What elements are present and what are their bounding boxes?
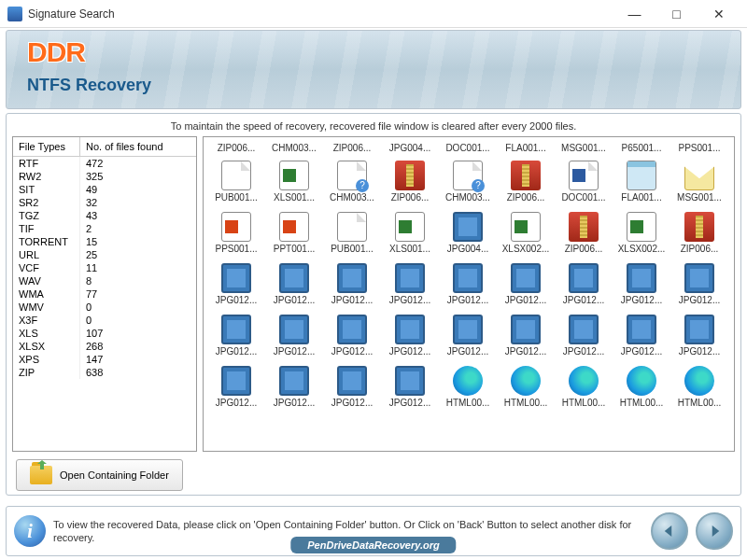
img-icon — [221, 366, 251, 396]
file-type-row[interactable]: XLS107 — [13, 327, 196, 340]
file-type-row[interactable]: TORRENT15 — [13, 235, 196, 248]
close-button[interactable]: ✕ — [698, 1, 740, 27]
file-item[interactable]: JPG012... — [267, 263, 321, 305]
file-label: XLSX002... — [499, 244, 553, 254]
file-type-count: 0 — [80, 301, 196, 314]
file-label: JPG004... — [383, 143, 437, 153]
file-item[interactable]: JPG004... — [383, 143, 437, 153]
file-item[interactable]: ZIP006... — [499, 161, 553, 203]
file-label: HTML00... — [441, 398, 495, 408]
file-item[interactable]: PPT001... — [267, 212, 321, 254]
file-item[interactable]: JPG004... — [441, 212, 495, 254]
file-item[interactable]: XLSX002... — [614, 212, 669, 254]
file-item[interactable]: ZIP006... — [325, 143, 379, 153]
file-item[interactable]: JPG012... — [209, 315, 263, 357]
file-type-row[interactable]: RTF472 — [13, 157, 196, 170]
file-item[interactable]: FLA001... — [499, 143, 553, 153]
file-type-row[interactable]: RW2325 — [13, 170, 196, 183]
col-file-types[interactable]: File Types — [13, 137, 80, 156]
file-type-row[interactable]: WMA77 — [13, 287, 196, 301]
forward-button[interactable] — [696, 512, 733, 550]
file-item[interactable]: HTML00... — [499, 366, 553, 408]
back-button[interactable] — [651, 512, 688, 550]
file-item[interactable]: XLS001... — [383, 212, 437, 254]
file-item[interactable]: HTML00... — [672, 366, 726, 408]
file-type-row[interactable]: URL25 — [13, 248, 196, 261]
doc-q-icon — [337, 161, 367, 190]
file-item[interactable]: JPG012... — [325, 366, 379, 408]
file-item[interactable]: HTML00... — [614, 366, 669, 408]
app-icon — [7, 7, 22, 21]
file-item[interactable]: JPG012... — [557, 315, 611, 357]
file-type-row[interactable]: XLSX268 — [13, 340, 196, 353]
file-label: ZIP006... — [325, 143, 379, 153]
file-item[interactable]: JPG012... — [614, 263, 669, 305]
file-item[interactable]: HTML00... — [441, 366, 495, 408]
file-item[interactable]: PUB001... — [325, 212, 379, 254]
file-item[interactable]: ZIP006... — [209, 143, 263, 153]
file-item[interactable]: JPG012... — [499, 263, 553, 305]
file-type-row[interactable]: ZIP638 — [13, 366, 196, 379]
file-grid-header-row: ZIP006...CHM003...ZIP006...JPG004...DOC0… — [209, 143, 728, 153]
file-item[interactable]: JPG012... — [209, 366, 263, 408]
file-item[interactable]: JPG012... — [557, 263, 611, 305]
file-type-row[interactable]: VCF11 — [13, 261, 196, 274]
file-type-row[interactable]: SR232 — [13, 196, 196, 209]
file-grid-panel[interactable]: ZIP006...CHM003...ZIP006...JPG004...DOC0… — [203, 136, 735, 452]
file-type-name: XLSX — [13, 340, 80, 353]
file-item[interactable]: JPG012... — [325, 263, 379, 305]
file-item[interactable]: ZIP006... — [557, 212, 611, 254]
file-type-row[interactable]: TGZ43 — [13, 209, 196, 222]
file-item[interactable]: ZIP006... — [672, 212, 726, 254]
file-item[interactable]: JPG012... — [441, 315, 495, 357]
file-item[interactable]: JPG012... — [325, 315, 379, 357]
file-item[interactable]: FLA001... — [614, 161, 669, 203]
file-type-row[interactable]: WAV8 — [13, 274, 196, 287]
file-type-name: WMA — [13, 287, 80, 301]
file-item[interactable]: JPG012... — [614, 315, 669, 357]
open-containing-folder-button[interactable]: Open Containing Folder — [16, 459, 183, 491]
file-item[interactable]: HTML00... — [557, 366, 611, 408]
file-type-name: XPS — [13, 353, 80, 366]
file-item[interactable]: DOC001... — [441, 143, 495, 153]
file-item[interactable]: ZIP006... — [383, 161, 437, 203]
file-item[interactable]: MSG001... — [672, 161, 726, 203]
file-item[interactable]: CHM003... — [267, 143, 321, 153]
file-item[interactable]: XLS001... — [267, 161, 321, 203]
file-item[interactable]: JPG012... — [672, 315, 726, 357]
file-item[interactable]: MSG001... — [557, 143, 611, 153]
file-item[interactable]: CHM003... — [441, 161, 495, 203]
file-type-row[interactable]: X3F0 — [13, 314, 196, 327]
file-item[interactable]: PPS001... — [672, 143, 726, 153]
file-type-row[interactable]: XPS147 — [13, 353, 196, 366]
file-item[interactable]: JPG012... — [672, 263, 726, 305]
file-label: P65001... — [614, 143, 669, 153]
banner: DDR NTFS Recovery — [6, 30, 741, 109]
file-item[interactable]: DOC001... — [557, 161, 611, 203]
file-item[interactable]: JPG012... — [499, 315, 553, 357]
maximize-button[interactable]: □ — [655, 1, 698, 27]
file-item[interactable]: JPG012... — [383, 366, 437, 408]
file-item[interactable]: JPG012... — [383, 315, 437, 357]
file-item[interactable]: JPG012... — [267, 315, 321, 357]
minimize-button[interactable]: — — [613, 1, 655, 27]
file-item[interactable]: JPG012... — [383, 263, 437, 305]
file-type-name: TIF — [13, 222, 80, 235]
file-types-list[interactable]: RTF472RW2325SIT49SR232TGZ43TIF2TORRENT15… — [13, 157, 196, 451]
zip-icon — [395, 161, 425, 190]
file-item[interactable]: PPS001... — [209, 212, 263, 254]
file-item[interactable]: XLSX002... — [499, 212, 553, 254]
col-count[interactable]: No. of files found — [80, 137, 196, 156]
file-item[interactable]: JPG012... — [441, 263, 495, 305]
website-link[interactable]: PenDriveDataRecovery.org — [290, 537, 456, 553]
file-item[interactable]: CHM003... — [325, 161, 379, 203]
file-type-count: 77 — [80, 287, 196, 301]
file-type-row[interactable]: TIF2 — [13, 222, 196, 235]
file-item[interactable]: JPG012... — [267, 366, 321, 408]
file-type-row[interactable]: SIT49 — [13, 183, 196, 196]
file-item[interactable]: P65001... — [614, 143, 669, 153]
file-item[interactable]: JPG012... — [209, 263, 263, 305]
file-item[interactable]: PUB001... — [209, 161, 263, 203]
file-type-row[interactable]: WMV0 — [13, 301, 196, 314]
file-type-count: 49 — [80, 183, 196, 196]
